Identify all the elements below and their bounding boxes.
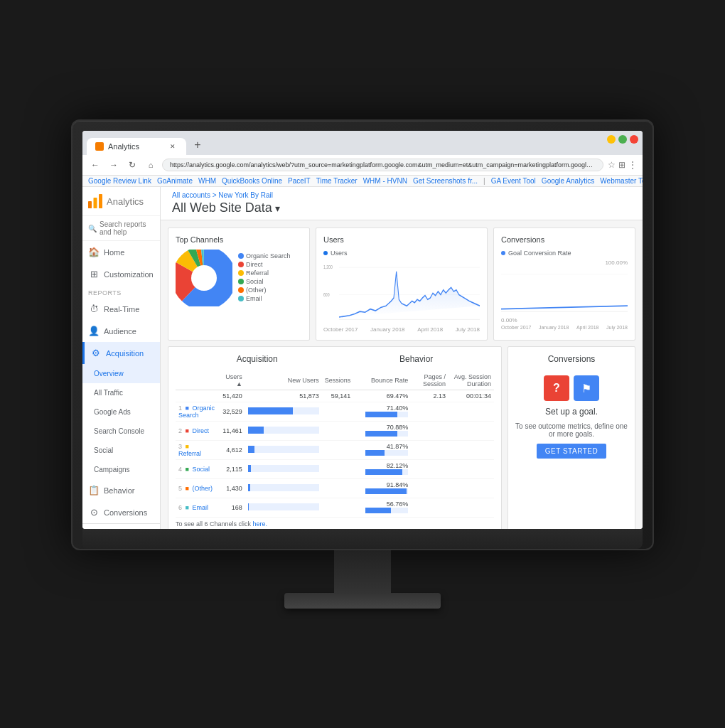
more-icon[interactable]: ⋮ [628, 160, 637, 170]
conv-chart-svg [501, 266, 628, 316]
sidebar-realtime-label: Real-Time [104, 305, 139, 314]
minimize-btn[interactable] [607, 135, 616, 144]
address-bar[interactable]: https://analytics.google.com/analytics/w… [162, 159, 603, 171]
newusers-bar-2 [245, 422, 322, 441]
ga-header: All accounts > New York By Rail All Web … [161, 187, 643, 220]
monitor-screen: Analytics ✕ + ← → ↻ ⌂ https://analytics.… [82, 131, 643, 529]
sidebar-item-acquisition[interactable]: ⚙ Acquisition [82, 342, 160, 364]
conv-legend-label: Goal Conversion Rate [508, 250, 571, 257]
bookmark-google-review[interactable]: Google Review Link [88, 177, 151, 185]
channel-link-email[interactable]: Email [192, 504, 208, 511]
channel-color-1: ■ [186, 405, 189, 412]
svg-text:600: 600 [323, 291, 330, 297]
users-2: 11,461 [218, 422, 245, 441]
goal-setup: ? ⚑ Set up a goal. To see outcome metric… [515, 368, 628, 466]
goal-description: To see outcome metrics, define one or mo… [515, 422, 628, 438]
active-tab[interactable]: Analytics ✕ [87, 138, 186, 155]
see-all-link[interactable]: here. [253, 520, 268, 528]
back-btn[interactable]: ← [88, 158, 102, 172]
ga-logo-icon [88, 194, 102, 208]
extension-icon[interactable]: ⊞ [618, 160, 625, 170]
chrome-top: Analytics ✕ + [82, 131, 643, 155]
sidebar-custom-label: Customization [104, 270, 154, 279]
sidebar-item-social[interactable]: Social [82, 441, 160, 460]
bounce-bar-1 [365, 412, 408, 417]
bookmark-timetracker[interactable]: Time Tracker [316, 177, 358, 185]
maximize-btn[interactable] [618, 135, 627, 144]
channel-link-social[interactable]: Social [192, 466, 210, 473]
dropdown-icon[interactable]: ▾ [275, 203, 280, 214]
new-users-bar-6 [248, 503, 319, 510]
sidebar-social-label: Social [94, 446, 113, 454]
tab-favicon [95, 142, 104, 151]
th-pages[interactable]: Pages / Session [411, 371, 449, 390]
totals-duration: 00:01:34 [449, 390, 494, 402]
bookmark-star-icon[interactable]: ☆ [608, 160, 616, 170]
sidebar-item-googleads[interactable]: Google Ads [82, 402, 160, 422]
new-users-bar-1 [248, 407, 319, 414]
new-users-bar-2 [248, 427, 319, 434]
refresh-btn[interactable]: ↻ [125, 158, 139, 172]
channel-link-other[interactable]: (Other) [192, 485, 213, 492]
bookmark-ga[interactable]: Google Analytics [542, 177, 595, 185]
channel-cell-3: 3 ■ Referral [176, 441, 218, 460]
th-bounce[interactable]: Bounce Rate [353, 371, 411, 390]
bookmark-ga-event[interactable]: GA Event Tool [491, 177, 536, 185]
window-controls [607, 135, 638, 144]
sidebar-item-campaigns[interactable]: Campaigns [82, 460, 160, 479]
new-users-bar-5 [248, 484, 319, 491]
behavior-icon: 📋 [88, 485, 100, 496]
sidebar-item-conversions[interactable]: ⊙ Conversions [82, 501, 160, 523]
sidebar-item-overview[interactable]: Overview [82, 364, 160, 383]
sidebar-item-customization[interactable]: ⊞ Customization [82, 263, 160, 285]
sidebar-item-discover[interactable]: 💡 Discover [82, 524, 160, 529]
sidebar-item-behavior[interactable]: 📋 Behavior [82, 479, 160, 501]
users-chart-svg: 1,200 600 [323, 259, 480, 323]
ga-sidebar: Analytics 🔍 Search reports and help 🏠 Ho… [82, 187, 161, 529]
sidebar-item-realtime[interactable]: ⏱ Real-Time [82, 298, 160, 320]
bookmark-webmaster[interactable]: Webmaster Tools [600, 177, 643, 185]
top-channels-title: Top Channels [176, 235, 302, 244]
bounce-fill-3 [365, 450, 384, 456]
sidebar-item-alltraffic[interactable]: All Traffic [82, 383, 160, 402]
users-5: 1,430 [218, 479, 245, 498]
forward-btn[interactable]: → [107, 158, 121, 172]
chrome-tabs: Analytics ✕ + [87, 135, 638, 155]
ga-search-btn[interactable]: 🔍 Search reports and help [82, 216, 160, 241]
bookmark-quickbooks[interactable]: QuickBooks Online [222, 177, 282, 185]
sidebar-item-home[interactable]: 🏠 Home [82, 241, 160, 263]
bookmark-goanimate[interactable]: GoAnimate [157, 177, 193, 185]
home-btn[interactable]: ⌂ [144, 158, 158, 172]
bookmark-whm[interactable]: WHM [198, 177, 216, 185]
legend-email: Email [238, 295, 291, 302]
home-icon: 🏠 [88, 247, 100, 257]
close-btn[interactable] [630, 135, 638, 144]
get-started-button[interactable]: GET STARTED [537, 444, 606, 459]
conv-y-min: 0.00% [501, 317, 628, 323]
search-icon: 🔍 [88, 225, 97, 232]
bounce-2: 70.88% [353, 422, 411, 441]
bookmark-whm2[interactable]: WHM - HVNN [363, 177, 407, 185]
tab-close-btn[interactable]: ✕ [168, 141, 178, 151]
bookmark-paceit[interactable]: PaceIT [288, 177, 311, 185]
see-all-note: To see all 6 Channels click here. [176, 518, 494, 529]
channel-link-referral[interactable]: Referral [178, 450, 201, 457]
pages-1 [411, 402, 449, 422]
th-duration[interactable]: Avg. Session Duration [449, 371, 494, 390]
page-title: All Web Site Data ▾ [172, 200, 631, 215]
bounce-bar-2 [365, 431, 408, 437]
ga-app: Analytics 🔍 Search reports and help 🏠 Ho… [82, 187, 643, 529]
sidebar-item-audience[interactable]: 👤 Audience [82, 320, 160, 342]
channel-link-organic[interactable]: Organic Search [178, 405, 215, 419]
duration-6 [449, 498, 494, 518]
new-tab-btn[interactable]: + [188, 135, 208, 155]
legend-other: (Other) [238, 287, 291, 294]
th-new-users[interactable]: New Users [245, 371, 322, 390]
sidebar-item-searchconsole[interactable]: Search Console [82, 422, 160, 441]
th-users[interactable]: Users ▲ [218, 371, 245, 390]
newusers-bar-5 [245, 479, 322, 498]
monitor-stand-base [284, 593, 441, 609]
bookmark-screenshots[interactable]: Get Screenshots fr... [413, 177, 478, 185]
th-sessions[interactable]: Sessions [322, 371, 354, 390]
channel-link-direct[interactable]: Direct [192, 427, 209, 434]
